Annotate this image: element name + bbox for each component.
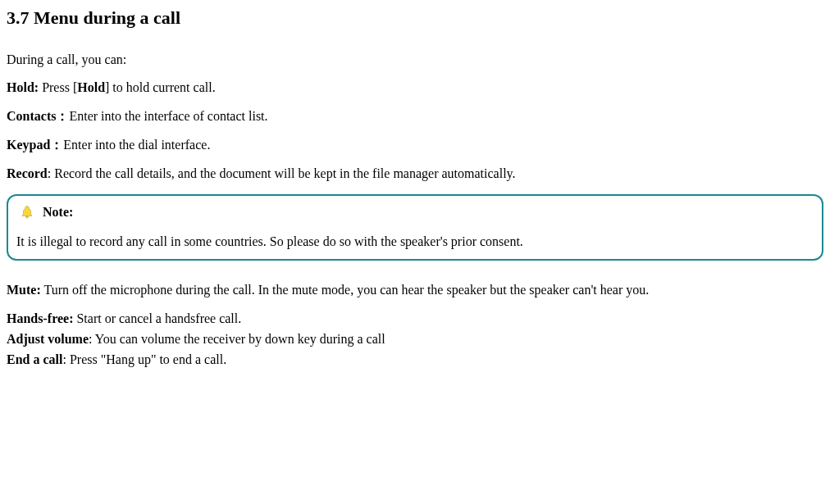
hold-key: Hold [77, 80, 105, 94]
item-endcall: End a call: Press "Hang up" to end a cal… [7, 352, 823, 369]
hold-label: Hold: [7, 80, 39, 94]
volume-desc: : You can volume the receiver by down ke… [89, 332, 385, 346]
intro-text: During a call, you can: [7, 52, 823, 69]
handsfree-desc: Start or cancel a handsfree call. [73, 311, 241, 325]
item-mute: Mute: Turn off the microphone during the… [7, 282, 823, 299]
item-hold: Hold: Press [Hold] to hold current call. [7, 79, 823, 97]
note-title: Note: [43, 204, 73, 221]
bell-icon [20, 205, 34, 220]
contacts-label: Contacts： [7, 109, 69, 123]
keypad-desc: Enter into the dial interface. [63, 138, 210, 152]
record-label: Record [7, 166, 48, 180]
handsfree-label: Hands-free: [7, 311, 73, 325]
section-heading: 3.7 Menu during a call [7, 7, 823, 30]
endcall-desc: : Press "Hang up" to end a call. [62, 352, 226, 366]
item-contacts: Contacts：Enter into the interface of con… [7, 108, 823, 125]
hold-pre: Press [ [39, 80, 77, 94]
endcall-label: End a call [7, 352, 62, 366]
item-handsfree: Hands-free: Start or cancel a handsfree … [7, 311, 823, 328]
item-keypad: Keypad：Enter into the dial interface. [7, 137, 823, 154]
item-record: Record: Record the call details, and the… [7, 166, 823, 183]
hold-post: ] to hold current call. [105, 80, 216, 94]
volume-label: Adjust volume [7, 332, 89, 346]
note-box: Note: It is illegal to record any call i… [7, 194, 823, 261]
mute-desc: Turn off the microphone during the call.… [41, 283, 649, 297]
item-volume: Adjust volume: You can volume the receiv… [7, 331, 823, 348]
note-body: It is illegal to record any call in some… [16, 234, 814, 251]
note-header: Note: [20, 204, 814, 221]
mute-label: Mute: [7, 283, 41, 297]
contacts-desc: Enter into the interface of contact list… [69, 109, 267, 123]
record-desc: : Record the call details, and the docum… [48, 166, 516, 180]
keypad-label: Keypad： [7, 138, 63, 152]
